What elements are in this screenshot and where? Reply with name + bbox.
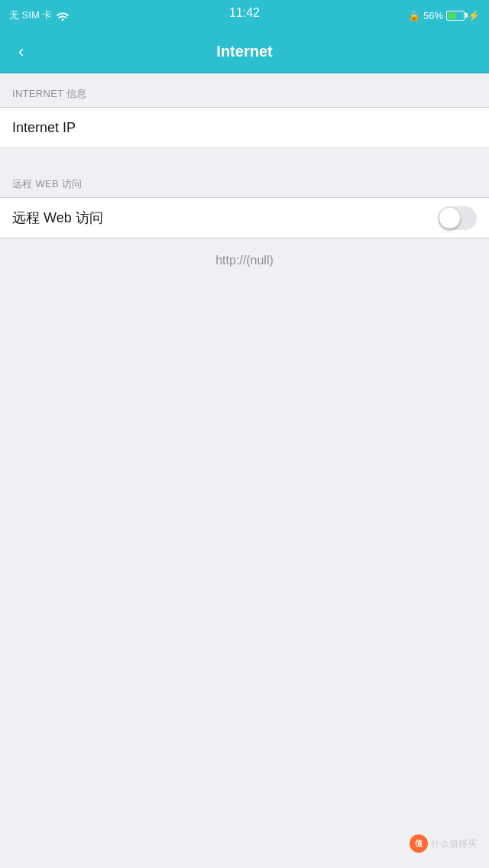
row-remote-web-access: 远程 Web 访问 (0, 198, 489, 238)
charging-icon: ⚡ (468, 10, 480, 21)
back-chevron-icon: ‹ (18, 42, 24, 62)
wifi-icon (57, 11, 69, 21)
content-area: INTERNET 信息 Internet IP 远程 WEB 访问 远程 Web… (0, 73, 489, 283)
section-header-remote-web: 远程 WEB 访问 (0, 164, 489, 197)
status-bar: 无 SIM 卡 11:42 🔒 56% ⚡ (0, 0, 489, 31)
watermark-text: 什么值得买 (431, 837, 477, 850)
carrier-text: 无 SIM 卡 (9, 8, 52, 22)
nav-bar: ‹ Internet (0, 31, 489, 73)
section-body-internet-info: Internet IP (0, 107, 489, 148)
status-right: 🔒 56% ⚡ (408, 10, 480, 21)
url-display: http://(null) (0, 238, 489, 283)
lock-icon: 🔒 (408, 10, 420, 21)
page-title: Internet (216, 43, 272, 60)
row-internet-ip[interactable]: Internet IP (0, 108, 489, 147)
remote-web-access-toggle[interactable] (438, 206, 477, 230)
battery-percent: 56% (423, 10, 443, 21)
toggle-thumb (439, 208, 460, 228)
section-header-internet-info: INTERNET 信息 (0, 73, 489, 107)
remote-web-access-label: 远程 Web 访问 (12, 209, 103, 227)
section-internet-info: INTERNET 信息 Internet IP (0, 73, 489, 148)
status-time: 11:42 (229, 6, 260, 20)
back-button[interactable]: ‹ (12, 36, 30, 68)
section-remote-web: 远程 WEB 访问 远程 Web 访问 (0, 164, 489, 238)
watermark: 值 什么值得买 (410, 834, 477, 853)
internet-ip-label: Internet IP (12, 120, 76, 136)
spacer-1 (0, 148, 489, 164)
section-body-remote-web: 远程 Web 访问 (0, 197, 489, 238)
battery-icon (446, 11, 465, 21)
status-left: 无 SIM 卡 (9, 8, 69, 22)
watermark-badge: 值 (410, 834, 428, 853)
